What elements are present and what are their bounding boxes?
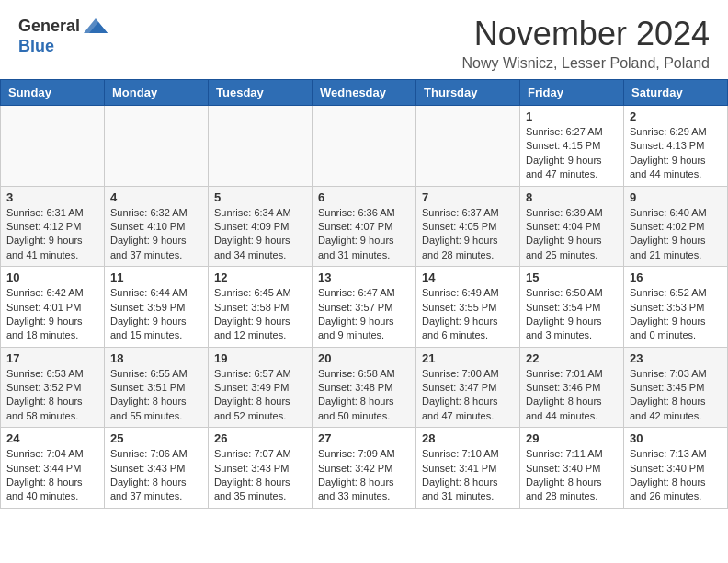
calendar-cell <box>209 106 313 187</box>
day-info: Sunrise: 6:50 AMSunset: 3:54 PMDaylight:… <box>526 286 618 343</box>
day-number: 8 <box>526 190 618 204</box>
day-info: Sunrise: 6:44 AMSunset: 3:59 PMDaylight:… <box>110 286 202 343</box>
day-info: Sunrise: 6:36 AMSunset: 4:07 PMDaylight:… <box>318 206 410 263</box>
day-number: 11 <box>110 270 202 284</box>
calendar-cell <box>313 106 416 187</box>
calendar-cell <box>416 106 520 187</box>
day-info: Sunrise: 7:09 AMSunset: 3:42 PMDaylight:… <box>318 447 410 504</box>
day-info: Sunrise: 7:11 AMSunset: 3:40 PMDaylight:… <box>526 447 618 504</box>
day-number: 23 <box>630 351 722 365</box>
day-number: 6 <box>318 190 410 204</box>
day-number: 16 <box>630 270 722 284</box>
header-monday: Monday <box>105 80 209 106</box>
logo-blue-text: Blue <box>18 37 54 55</box>
day-number: 5 <box>214 190 306 204</box>
calendar-cell: 23Sunrise: 7:03 AMSunset: 3:45 PMDayligh… <box>624 347 728 428</box>
calendar-cell: 22Sunrise: 7:01 AMSunset: 3:46 PMDayligh… <box>520 347 624 428</box>
day-number: 15 <box>526 270 618 284</box>
calendar-cell: 20Sunrise: 6:58 AMSunset: 3:48 PMDayligh… <box>313 347 416 428</box>
day-info: Sunrise: 7:00 AMSunset: 3:47 PMDaylight:… <box>422 367 514 424</box>
calendar-cell: 5Sunrise: 6:34 AMSunset: 4:09 PMDaylight… <box>209 186 313 267</box>
month-title: November 2024 <box>109 15 710 53</box>
header-sunday: Sunday <box>1 80 105 106</box>
day-info: Sunrise: 6:31 AMSunset: 4:12 PMDaylight:… <box>6 206 98 263</box>
day-info: Sunrise: 6:27 AMSunset: 4:15 PMDaylight:… <box>526 125 618 182</box>
day-number: 7 <box>422 190 514 204</box>
day-info: Sunrise: 6:52 AMSunset: 3:53 PMDaylight:… <box>630 286 722 343</box>
calendar-cell <box>1 106 105 187</box>
calendar-cell: 8Sunrise: 6:39 AMSunset: 4:04 PMDaylight… <box>520 186 624 267</box>
calendar-cell: 17Sunrise: 6:53 AMSunset: 3:52 PMDayligh… <box>1 347 105 428</box>
header-friday: Friday <box>520 80 624 106</box>
calendar-cell: 18Sunrise: 6:55 AMSunset: 3:51 PMDayligh… <box>105 347 209 428</box>
calendar-cell: 24Sunrise: 7:04 AMSunset: 3:44 PMDayligh… <box>1 428 105 509</box>
calendar-cell: 3Sunrise: 6:31 AMSunset: 4:12 PMDaylight… <box>1 186 105 267</box>
calendar-table: Sunday Monday Tuesday Wednesday Thursday… <box>0 79 728 509</box>
header: General Blue November 2024 Nowy Wisnicz,… <box>0 0 728 79</box>
day-number: 29 <box>526 431 618 445</box>
calendar-cell: 11Sunrise: 6:44 AMSunset: 3:59 PMDayligh… <box>105 267 209 348</box>
day-number: 21 <box>422 351 514 365</box>
calendar-wrapper: Sunday Monday Tuesday Wednesday Thursday… <box>0 79 728 518</box>
day-info: Sunrise: 6:29 AMSunset: 4:13 PMDaylight:… <box>630 125 722 182</box>
day-info: Sunrise: 6:55 AMSunset: 3:51 PMDaylight:… <box>110 367 202 424</box>
day-number: 19 <box>214 351 306 365</box>
calendar-cell: 15Sunrise: 6:50 AMSunset: 3:54 PMDayligh… <box>520 267 624 348</box>
calendar-cell: 26Sunrise: 7:07 AMSunset: 3:43 PMDayligh… <box>209 428 313 509</box>
day-number: 14 <box>422 270 514 284</box>
calendar-cell: 12Sunrise: 6:45 AMSunset: 3:58 PMDayligh… <box>209 267 313 348</box>
calendar-week-row: 17Sunrise: 6:53 AMSunset: 3:52 PMDayligh… <box>1 347 728 428</box>
day-number: 2 <box>630 109 722 123</box>
title-area: November 2024 Nowy Wisnicz, Lesser Polan… <box>109 15 710 72</box>
day-info: Sunrise: 7:13 AMSunset: 3:40 PMDaylight:… <box>630 447 722 504</box>
calendar-cell: 7Sunrise: 6:37 AMSunset: 4:05 PMDaylight… <box>416 186 520 267</box>
header-tuesday: Tuesday <box>209 80 313 106</box>
calendar-cell: 13Sunrise: 6:47 AMSunset: 3:57 PMDayligh… <box>313 267 416 348</box>
calendar-week-row: 1Sunrise: 6:27 AMSunset: 4:15 PMDaylight… <box>1 106 728 187</box>
day-number: 30 <box>630 431 722 445</box>
day-number: 4 <box>110 190 202 204</box>
calendar-week-row: 10Sunrise: 6:42 AMSunset: 4:01 PMDayligh… <box>1 267 728 348</box>
day-info: Sunrise: 7:04 AMSunset: 3:44 PMDaylight:… <box>6 447 98 504</box>
calendar-cell: 25Sunrise: 7:06 AMSunset: 3:43 PMDayligh… <box>105 428 209 509</box>
day-info: Sunrise: 6:53 AMSunset: 3:52 PMDaylight:… <box>6 367 98 424</box>
calendar-cell: 6Sunrise: 6:36 AMSunset: 4:07 PMDaylight… <box>313 186 416 267</box>
calendar-header-row: Sunday Monday Tuesday Wednesday Thursday… <box>1 80 728 106</box>
calendar-cell: 9Sunrise: 6:40 AMSunset: 4:02 PMDaylight… <box>624 186 728 267</box>
day-info: Sunrise: 6:37 AMSunset: 4:05 PMDaylight:… <box>422 206 514 263</box>
day-number: 9 <box>630 190 722 204</box>
calendar-cell: 30Sunrise: 7:13 AMSunset: 3:40 PMDayligh… <box>624 428 728 509</box>
day-number: 25 <box>110 431 202 445</box>
day-number: 3 <box>6 190 98 204</box>
day-number: 27 <box>318 431 410 445</box>
day-number: 17 <box>6 351 98 365</box>
day-info: Sunrise: 7:07 AMSunset: 3:43 PMDaylight:… <box>214 447 306 504</box>
day-number: 12 <box>214 270 306 284</box>
calendar-cell: 14Sunrise: 6:49 AMSunset: 3:55 PMDayligh… <box>416 267 520 348</box>
day-info: Sunrise: 6:40 AMSunset: 4:02 PMDaylight:… <box>630 206 722 263</box>
calendar-cell: 2Sunrise: 6:29 AMSunset: 4:13 PMDaylight… <box>624 106 728 187</box>
day-number: 20 <box>318 351 410 365</box>
day-info: Sunrise: 6:42 AMSunset: 4:01 PMDaylight:… <box>6 286 98 343</box>
calendar-cell: 29Sunrise: 7:11 AMSunset: 3:40 PMDayligh… <box>520 428 624 509</box>
calendar-cell: 10Sunrise: 6:42 AMSunset: 4:01 PMDayligh… <box>1 267 105 348</box>
calendar-cell: 16Sunrise: 6:52 AMSunset: 3:53 PMDayligh… <box>624 267 728 348</box>
day-number: 1 <box>526 109 618 123</box>
location: Nowy Wisnicz, Lesser Poland, Poland <box>109 55 710 72</box>
header-saturday: Saturday <box>624 80 728 106</box>
day-info: Sunrise: 6:45 AMSunset: 3:58 PMDaylight:… <box>214 286 306 343</box>
day-info: Sunrise: 6:47 AMSunset: 3:57 PMDaylight:… <box>318 286 410 343</box>
day-info: Sunrise: 7:03 AMSunset: 3:45 PMDaylight:… <box>630 367 722 424</box>
day-info: Sunrise: 6:49 AMSunset: 3:55 PMDaylight:… <box>422 286 514 343</box>
calendar-cell: 21Sunrise: 7:00 AMSunset: 3:47 PMDayligh… <box>416 347 520 428</box>
logo-icon <box>82 15 109 37</box>
day-info: Sunrise: 6:32 AMSunset: 4:10 PMDaylight:… <box>110 206 202 263</box>
day-number: 28 <box>422 431 514 445</box>
calendar-cell: 19Sunrise: 6:57 AMSunset: 3:49 PMDayligh… <box>209 347 313 428</box>
day-info: Sunrise: 6:34 AMSunset: 4:09 PMDaylight:… <box>214 206 306 263</box>
day-number: 10 <box>6 270 98 284</box>
day-number: 22 <box>526 351 618 365</box>
day-number: 18 <box>110 351 202 365</box>
calendar-cell <box>105 106 209 187</box>
logo: General Blue <box>18 15 109 56</box>
